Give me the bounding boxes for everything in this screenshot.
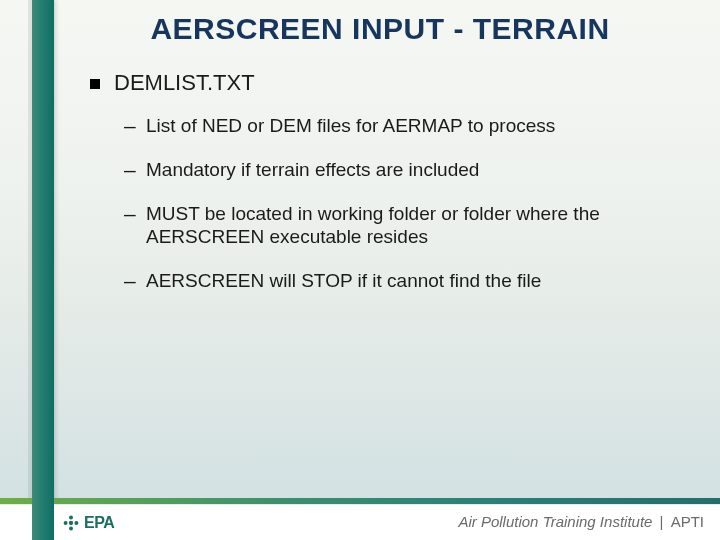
- bullet-level2: – MUST be located in working folder or f…: [124, 202, 680, 250]
- dash-bullet-icon: –: [124, 114, 138, 137]
- footer: EPA Air Pollution Training Institute | A…: [0, 498, 720, 540]
- epa-logo-text: EPA: [84, 514, 114, 532]
- apti-separator: |: [660, 513, 664, 530]
- bullet-level2-text: List of NED or DEM files for AERMAP to p…: [146, 114, 680, 138]
- dash-bullet-icon: –: [124, 202, 138, 225]
- bullet-level2: – Mandatory if terrain effects are inclu…: [124, 158, 680, 182]
- content-area: DEMLIST.TXT – List of NED or DEM files f…: [90, 70, 680, 313]
- bullet-level2: – AERSCREEN will STOP if it cannot find …: [124, 269, 680, 293]
- svg-point-4: [74, 521, 78, 525]
- bullet-level1: DEMLIST.TXT: [90, 70, 680, 96]
- svg-point-2: [69, 526, 73, 530]
- slide-title: AERSCREEN INPUT - TERRAIN: [60, 12, 700, 46]
- svg-point-0: [69, 521, 73, 525]
- epa-logo: EPA: [62, 514, 114, 532]
- bullet-level1-text: DEMLIST.TXT: [114, 70, 255, 96]
- apti-label: Air Pollution Training Institute | APTI: [458, 513, 704, 530]
- apti-abbr-text: APTI: [671, 513, 704, 530]
- epa-flower-icon: [62, 514, 80, 532]
- footer-left-rail: [32, 498, 54, 540]
- bullet-level2-text: MUST be located in working folder or fol…: [146, 202, 680, 250]
- square-bullet-icon: [90, 79, 100, 89]
- bullet-level2: – List of NED or DEM files for AERMAP to…: [124, 114, 680, 138]
- dash-bullet-icon: –: [124, 158, 138, 181]
- dash-bullet-icon: –: [124, 269, 138, 292]
- svg-point-1: [69, 516, 73, 520]
- apti-full-text: Air Pollution Training Institute: [458, 513, 652, 530]
- slide: AERSCREEN INPUT - TERRAIN DEMLIST.TXT – …: [0, 0, 720, 540]
- left-rail: [32, 0, 54, 540]
- bullet-level2-text: Mandatory if terrain effects are include…: [146, 158, 680, 182]
- bullet-level2-text: AERSCREEN will STOP if it cannot find th…: [146, 269, 680, 293]
- svg-point-3: [64, 521, 68, 525]
